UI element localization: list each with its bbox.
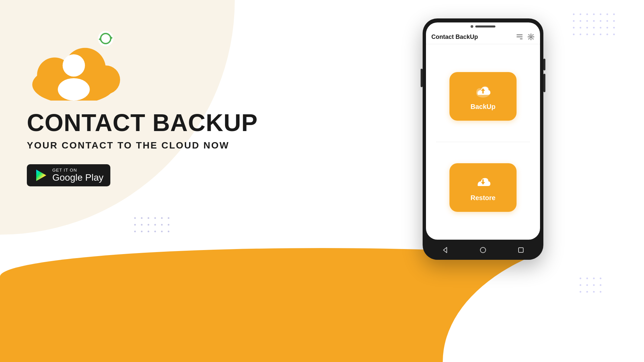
phone-body: Contact BackUp [423, 18, 543, 260]
volume-down-button [543, 74, 545, 92]
app-header-title: Contact BackUp [431, 34, 478, 41]
google-play-button[interactable]: GET IT ON Google Play [27, 164, 110, 186]
svg-marker-19 [443, 247, 447, 253]
app-subtitle: YOUR CONTACT TO THE CLOUD NOW [27, 140, 258, 151]
app-title: CONTACT BACKUP [27, 111, 258, 135]
upload-cloud-icon [474, 82, 492, 100]
sync-icon [97, 30, 114, 47]
settings-icon [527, 33, 535, 41]
play-store-icon [34, 168, 48, 182]
google-play-text: GET IT ON Google Play [52, 168, 104, 183]
download-cloud-icon [474, 173, 492, 191]
svg-point-4 [63, 54, 85, 77]
svg-point-13 [530, 36, 532, 38]
phone-camera [471, 25, 473, 28]
app-icon [27, 27, 121, 101]
svg-marker-9 [36, 170, 46, 181]
dots-bottom-right [580, 278, 604, 295]
divider-line [436, 142, 530, 142]
phone-bottom-nav [426, 241, 540, 260]
svg-point-3 [91, 65, 120, 94]
app-header: Contact BackUp [426, 31, 540, 44]
phone-notch [426, 22, 540, 31]
restore-button-label: Restore [471, 194, 495, 202]
svg-rect-21 [519, 248, 523, 252]
backup-button-label: BackUp [471, 103, 495, 111]
phone-mockup: Contact BackUp [423, 18, 543, 260]
menu-icon [516, 33, 523, 41]
header-icons [516, 33, 535, 41]
phone-screen: Contact BackUp [426, 22, 540, 240]
power-button [421, 69, 423, 87]
app-content: BackUp Restore [426, 44, 540, 240]
left-content: CONTACT BACKUP YOUR CONTACT TO THE CLOUD… [27, 27, 258, 186]
svg-point-5 [58, 78, 90, 101]
nav-home-icon [479, 246, 487, 254]
google-play-pre-label: GET IT ON [52, 168, 104, 173]
volume-up-button [543, 59, 545, 70]
phone-speaker [475, 25, 495, 27]
backup-card-button[interactable]: BackUp [449, 72, 517, 121]
dots-top-right [573, 13, 617, 38]
dots-center-bottom [134, 217, 172, 235]
svg-point-20 [480, 247, 486, 253]
nav-back-icon [441, 246, 449, 254]
google-play-main-label: Google Play [52, 173, 104, 183]
restore-card-button[interactable]: Restore [449, 163, 517, 212]
nav-recents-icon [517, 246, 525, 254]
